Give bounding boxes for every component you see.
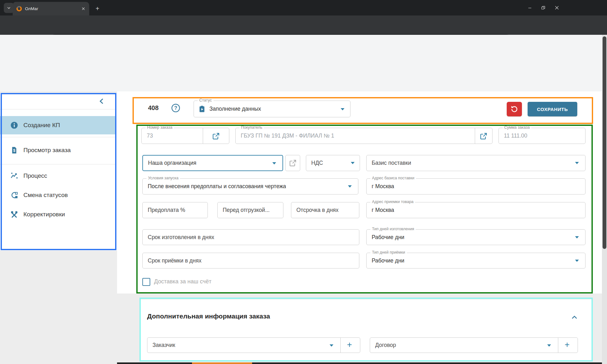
browser-toolbar: orders.regina.fvds.ru/tasks/019ce24c-851… bbox=[0, 15, 607, 35]
close-tab-icon[interactable] bbox=[81, 7, 85, 11]
chevron-down-icon[interactable] bbox=[547, 344, 551, 347]
delivery-basis-placeholder: Базис поставки bbox=[372, 160, 411, 166]
open-organization-button[interactable] bbox=[285, 155, 300, 171]
chevron-down-icon[interactable] bbox=[575, 260, 579, 262]
customer-placeholder[interactable]: Заказчик bbox=[152, 342, 175, 349]
field-label: Покупатель bbox=[239, 125, 264, 130]
field-label: Условия запуска bbox=[146, 176, 180, 180]
help-icon[interactable]: ? bbox=[171, 103, 180, 113]
collapse-sidebar-icon[interactable] bbox=[98, 97, 106, 105]
chevron-down-icon bbox=[6, 5, 11, 10]
field-label: Номер заказа bbox=[146, 125, 174, 130]
info-icon bbox=[10, 121, 18, 129]
field-label: Тип дней приёмки bbox=[370, 250, 407, 255]
receiving-address-field[interactable]: Адрес приемки товара г Москва bbox=[366, 202, 585, 218]
field-label: Сумма заказа bbox=[503, 125, 531, 130]
basis-address-field[interactable]: Адрес базиса поставки г Москва bbox=[366, 178, 585, 194]
acceptance-day-type-value: Рабочие дни bbox=[372, 257, 404, 264]
vat-select[interactable]: НДС bbox=[306, 155, 360, 171]
chevron-down-icon[interactable] bbox=[348, 185, 352, 188]
field-label: Адрес базиса поставки bbox=[370, 176, 416, 180]
process-insights-icon bbox=[10, 172, 18, 180]
new-tab-button[interactable]: + bbox=[93, 4, 102, 13]
status-select[interactable]: Статус Заполнение данных bbox=[194, 101, 350, 117]
divider bbox=[558, 338, 558, 353]
prepayment-input[interactable]: Предоплата % bbox=[142, 202, 208, 218]
our-organization-select[interactable]: Наша организация bbox=[142, 155, 283, 171]
open-in-new-icon[interactable] bbox=[480, 132, 487, 140]
chevron-down-icon[interactable] bbox=[341, 108, 344, 110]
add-customer-button[interactable]: + bbox=[347, 341, 352, 349]
divider bbox=[0, 109, 116, 109]
save-button[interactable]: СОХРАНИТЬ bbox=[528, 102, 577, 116]
order-sum-field[interactable]: Сумма заказа 11 111.00 bbox=[499, 128, 585, 144]
next-section-edge bbox=[117, 362, 602, 364]
order-number-value[interactable]: 73 bbox=[147, 133, 153, 139]
contract-select-group: Договор + bbox=[370, 337, 578, 353]
sidebar-item-sozdanie-kp[interactable]: Создание КП bbox=[0, 116, 116, 134]
deferral-days-placeholder: Отсрочка в днях bbox=[296, 207, 338, 213]
sidebar-item-prosmotr-zakaza[interactable]: $ Просмотр заказа bbox=[0, 141, 116, 159]
restore-icon[interactable] bbox=[541, 5, 546, 10]
delivery-basis-select[interactable]: Базис поставки bbox=[366, 155, 585, 171]
chevron-down-icon[interactable] bbox=[575, 236, 579, 238]
chevron-down-icon[interactable] bbox=[351, 162, 355, 164]
chevron-down-icon[interactable] bbox=[330, 344, 333, 347]
svg-text:?: ? bbox=[174, 105, 177, 111]
chevron-down-icon[interactable] bbox=[272, 162, 276, 164]
field-label: Адрес приемки товара bbox=[370, 200, 415, 204]
vat-placeholder: НДС bbox=[311, 160, 323, 166]
buyer-group: Покупатель ГБУЗ ГП № 191 ДЗМ - ФИЛИАЛ № … bbox=[235, 128, 492, 144]
site-favicon-icon bbox=[16, 6, 22, 11]
sidebar-item-korrektirovki[interactable]: Корректировки bbox=[0, 205, 116, 224]
delivery-checkbox[interactable] bbox=[142, 278, 150, 286]
add-contract-button[interactable]: + bbox=[565, 341, 570, 349]
screen: ОлМаг + orders.regina.fvds.ru/tasks/019c… bbox=[0, 0, 607, 364]
production-days-input[interactable]: Срок изготовления в днях bbox=[142, 229, 359, 245]
minimize-icon[interactable] bbox=[528, 6, 532, 10]
tools-icon bbox=[10, 210, 18, 219]
status-clipboard-icon bbox=[198, 105, 206, 113]
status-label: Статус bbox=[198, 98, 214, 102]
browser-tab-title: ОлМаг bbox=[25, 6, 81, 11]
open-in-new-icon[interactable] bbox=[212, 132, 220, 140]
production-day-type-value: Рабочие дни bbox=[372, 234, 404, 241]
acceptance-days-input[interactable]: Срок приёмки в днях bbox=[142, 253, 359, 268]
refresh-icon bbox=[510, 105, 518, 113]
window-controls bbox=[528, 0, 572, 15]
sidebar-item-process[interactable]: Процесс bbox=[0, 167, 116, 185]
refresh-button[interactable] bbox=[507, 102, 522, 116]
field-label: Тип дней изготовления bbox=[370, 227, 416, 231]
sidebar-item-smena-statusov[interactable]: Смена статусов bbox=[0, 186, 116, 204]
buyer-value[interactable]: ГБУЗ ГП № 191 ДЗМ - ФИЛИАЛ № 1 bbox=[241, 133, 334, 139]
next-section-edge-orange bbox=[192, 362, 252, 364]
deferral-days-input[interactable]: Отсрочка в днях bbox=[291, 202, 359, 218]
acceptance-day-type-select[interactable]: Тип дней приёмки Рабочие дни bbox=[366, 253, 585, 268]
close-window-icon[interactable] bbox=[554, 5, 559, 10]
additional-info-title: Дополнительная информация заказа bbox=[147, 312, 270, 320]
production-day-type-select[interactable]: Тип дней изготовления Рабочие дни bbox=[366, 229, 585, 245]
acceptance-days-placeholder: Срок приёмки в днях bbox=[148, 257, 201, 264]
launch-conditions-select[interactable]: Условия запуска После внесения предоплат… bbox=[142, 178, 358, 194]
app-navbar: КОНТРАГЕНТЫ ЗАКАЗЫ ПОКУПАТЕЛЕЙ ИЗДЕЛИЯ С… bbox=[0, 35, 607, 66]
contract-placeholder[interactable]: Договор bbox=[375, 342, 396, 349]
collapse-section-icon[interactable] bbox=[571, 314, 578, 321]
order-number-group: Номер заказа 73 bbox=[141, 128, 229, 144]
basis-address-value: г Москва bbox=[372, 183, 394, 190]
launch-conditions-value: После внесения предоплаты и согласования… bbox=[148, 183, 286, 190]
before-shipment-input[interactable]: Перед отгрузкой... bbox=[217, 202, 283, 218]
before-shipment-placeholder: Перед отгрузкой... bbox=[223, 207, 269, 213]
scrollbar-thumb[interactable] bbox=[603, 36, 606, 249]
chevron-down-icon[interactable] bbox=[575, 162, 579, 164]
divider bbox=[0, 137, 116, 137]
svg-text:$: $ bbox=[13, 148, 15, 153]
divider bbox=[475, 128, 475, 144]
browser-titlebar: ОлМаг + bbox=[0, 0, 607, 15]
receiving-address-value: г Москва bbox=[372, 207, 394, 213]
order-sum-value: 11 111.00 bbox=[504, 133, 527, 139]
task-tabrow: 408. Создание КП 73 407. Создание КП 74 bbox=[0, 66, 607, 91]
delivery-checkbox-label: Доставка за наш счёт bbox=[154, 278, 211, 285]
divider bbox=[0, 164, 116, 164]
browser-tab[interactable]: ОлМаг bbox=[13, 2, 89, 15]
status-value: Заполнение данных bbox=[209, 106, 261, 112]
